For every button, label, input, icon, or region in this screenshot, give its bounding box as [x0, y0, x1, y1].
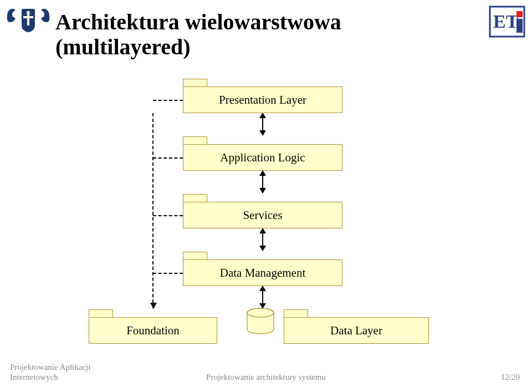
dashed-connector: [153, 215, 183, 216]
bidirectional-arrow: [262, 171, 263, 193]
bidirectional-arrow: [262, 228, 263, 251]
package-tab: [183, 194, 207, 202]
package-label: Services: [183, 202, 342, 228]
package-tab: [183, 252, 207, 259]
title-line-2: (multilayered): [55, 35, 341, 60]
svg-text:ET: ET: [493, 11, 519, 32]
package-label: Data Management: [183, 259, 342, 286]
dashed-dependency-arrow: [152, 113, 154, 308]
dashed-connector: [153, 100, 183, 101]
package-tab: [284, 309, 308, 317]
package-application-logic: Application Logic: [183, 144, 342, 171]
package-presentation-layer: Presentation Layer: [183, 86, 342, 113]
package-label: Data Layer: [284, 317, 429, 344]
package-tab: [89, 309, 113, 317]
package-tab: [183, 136, 207, 144]
bidirectional-arrow: [262, 286, 263, 308]
logo-right: ET: [489, 6, 526, 39]
dashed-connector: [153, 273, 183, 274]
dashed-connector: [153, 157, 183, 159]
svg-rect-7: [516, 19, 523, 33]
package-tab: [183, 79, 207, 86]
package-data-management: Data Management: [183, 259, 342, 286]
footer-left-line1: Projektowanie Aplikacji: [10, 362, 90, 372]
package-label: Presentation Layer: [183, 86, 342, 113]
package-services: Services: [183, 202, 342, 228]
footer-page-number: 12/20: [501, 373, 520, 382]
svg-text:PG: PG: [26, 11, 30, 14]
bidirectional-arrow: [262, 113, 263, 135]
title-line-1: Architektura wielowarstwowa: [55, 10, 341, 35]
architecture-diagram: Presentation Layer Application Logic Ser…: [0, 78, 532, 366]
page-title: Architektura wielowarstwowa (multilayere…: [55, 10, 341, 60]
package-label: Foundation: [89, 317, 217, 344]
package-foundation: Foundation: [89, 317, 217, 344]
package-label: Application Logic: [183, 144, 342, 171]
database-icon: [246, 308, 275, 335]
logo-left: PG: [6, 6, 51, 38]
package-data-layer: Data Layer: [284, 317, 429, 344]
footer-center: Projektowanie architektury systemu: [0, 373, 532, 382]
svg-rect-6: [516, 11, 523, 17]
svg-rect-2: [23, 16, 33, 18]
